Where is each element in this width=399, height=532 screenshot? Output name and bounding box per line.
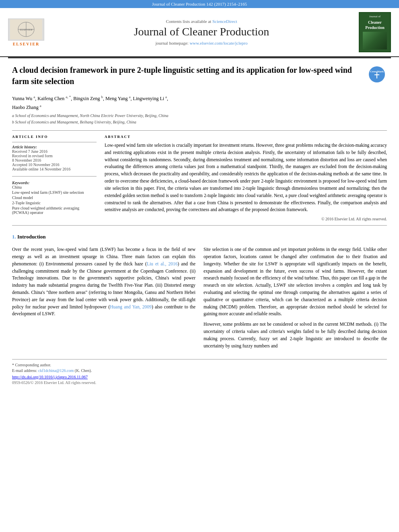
sciencedirect-link[interactable]: ScienceDirect — [212, 19, 237, 24]
elsevier-brand: ELSEVIER — [13, 42, 40, 46]
article-info-abstract: ARTICLE INFO Article history: Received 7… — [12, 135, 387, 221]
banner-text: Journal of Cleaner Production 142 (2017)… — [152, 2, 247, 6]
issn-text: 0959-6526/© 2016 Elsevier Ltd. All right… — [12, 380, 387, 385]
homepage-link[interactable]: www.elsevier.com/locate/jclepro — [189, 41, 247, 45]
authors-line: Yunna Wu a, Kaifeng Chen a, *, Bingxin Z… — [12, 95, 387, 102]
accepted-date: Accepted 10 November 2016 — [12, 162, 97, 167]
intro-right-col: Site selection is one of the common and … — [204, 246, 387, 353]
journal-logo: Journal of CleanerProduction — [359, 12, 391, 52]
received-date: Received 7 June 2016 — [12, 149, 97, 154]
abstract-header: ABSTRACT — [105, 135, 387, 139]
journal-banner: Journal of Cleaner Production 142 (2017)… — [0, 0, 399, 8]
available-date: Available online 14 November 2016 — [12, 167, 97, 171]
journal-logo-image — [363, 32, 387, 49]
affiliation-a: a School of Economics and Management, No… — [12, 113, 387, 119]
divider-1 — [12, 130, 387, 131]
keywords-label: Keywords: — [12, 181, 97, 185]
divider-2 — [12, 225, 387, 226]
doi-link[interactable]: http://dx.doi.org/10.1016/j.jclepro.2016… — [12, 375, 387, 379]
svg-point-9 — [376, 72, 378, 74]
huang-ref[interactable]: Huang and Yan, 2009 — [110, 304, 152, 309]
keyword-5: Pure cloud weighted arithmetic averaging… — [12, 206, 97, 215]
history-group: Article history: Received 7 June 2016 Re… — [12, 145, 97, 171]
intro-title: 1. Introduction — [12, 234, 387, 240]
right-column: ABSTRACT Low-speed wind farm site select… — [105, 135, 387, 221]
liu-ref[interactable]: Liu et al., 2016 — [147, 261, 178, 266]
crossmark-icon: CrossMark — [369, 66, 385, 82]
journal-header: ELSEVIER ELSEVIER Contents lists availab… — [0, 8, 399, 57]
keyword-3: Cloud model — [12, 195, 97, 200]
intro-two-col: Over the recent years, low-speed wind fa… — [12, 246, 387, 353]
elsevier-image: ELSEVIER — [8, 18, 44, 41]
intro-section: 1. Introduction Over the recent years, l… — [12, 234, 387, 353]
intro-para-2: Site selection is one of the common and … — [204, 246, 387, 318]
affiliations: a School of Economics and Management, No… — [12, 113, 387, 125]
affiliation-b: b School of Economics and Management, Be… — [12, 119, 387, 125]
article-title: A cloud decision framework in pure 2-tup… — [12, 64, 369, 87]
email-link[interactable]: ckf1dchina@126.com — [38, 368, 74, 373]
svg-text:ELSEVIER: ELSEVIER — [19, 28, 33, 31]
article-content: A cloud decision framework in pure 2-tup… — [0, 58, 399, 391]
journal-title: Journal of Cleaner Production — [44, 25, 359, 38]
section-title-text: Introduction — [17, 234, 46, 240]
header-center: Contents lists available at ScienceDirec… — [44, 19, 359, 45]
email-note: E-mail address: ckf1dchina@126.com (K. C… — [12, 368, 387, 373]
journal-logo-title-text: CleanerProduction — [365, 20, 385, 30]
article-info-header: ARTICLE INFO — [12, 135, 97, 139]
section-num: 1. — [12, 234, 17, 240]
keyword-1: China — [12, 185, 97, 189]
keyword-2: Low-speed wind farm (LSWF) site selectio… — [12, 190, 97, 195]
authors-line-2: Haobo Zhang a — [12, 104, 387, 111]
footnote-section: * Corresponding author. E-mail address: … — [12, 359, 387, 385]
article-info-box: Article history: Received 7 June 2016 Re… — [12, 142, 97, 177]
abstract-text: Low-speed wind farm site selection is cr… — [105, 142, 387, 214]
sciencedirect-line: Contents lists available at ScienceDirec… — [44, 19, 359, 24]
history-label: Article history: — [12, 145, 97, 149]
keywords-section: Keywords: China Low-speed wind farm (LSW… — [12, 181, 97, 215]
elsevier-logo-box: ELSEVIER ELSEVIER — [8, 18, 44, 46]
intro-para-3: However, some problems are not be consid… — [204, 321, 387, 349]
corresponding-note: * Corresponding author. — [12, 363, 387, 367]
keyword-4: 2-Tuple linguistic — [12, 201, 97, 205]
intro-left-col: Over the recent years, low-speed wind fa… — [12, 246, 195, 353]
homepage-line: journal homepage: www.elsevier.com/locat… — [44, 41, 359, 45]
copyright: © 2016 Elsevier Ltd. All rights reserved… — [105, 217, 387, 221]
received-revised: Received in revised form8 November 2016 — [12, 154, 97, 162]
left-column: ARTICLE INFO Article history: Received 7… — [12, 135, 97, 221]
intro-para-1: Over the recent years, low-speed wind fa… — [12, 246, 195, 318]
crossmark-logo[interactable]: CrossMark — [369, 66, 387, 84]
journal-logo-top-text: Journal of — [369, 15, 380, 18]
article-title-section: A cloud decision framework in pure 2-tup… — [12, 64, 387, 90]
